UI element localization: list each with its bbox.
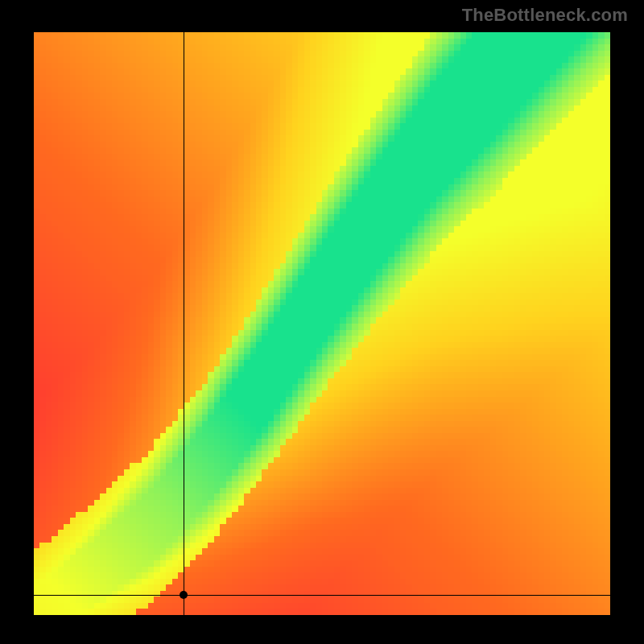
heatmap-canvas xyxy=(34,32,610,615)
marker-dot xyxy=(180,591,188,599)
chart-frame: TheBottleneck.com xyxy=(0,0,644,644)
crosshair-vertical xyxy=(184,32,184,615)
plot-area xyxy=(34,32,610,615)
attribution-text: TheBottleneck.com xyxy=(462,5,628,26)
crosshair-horizontal xyxy=(34,595,610,596)
